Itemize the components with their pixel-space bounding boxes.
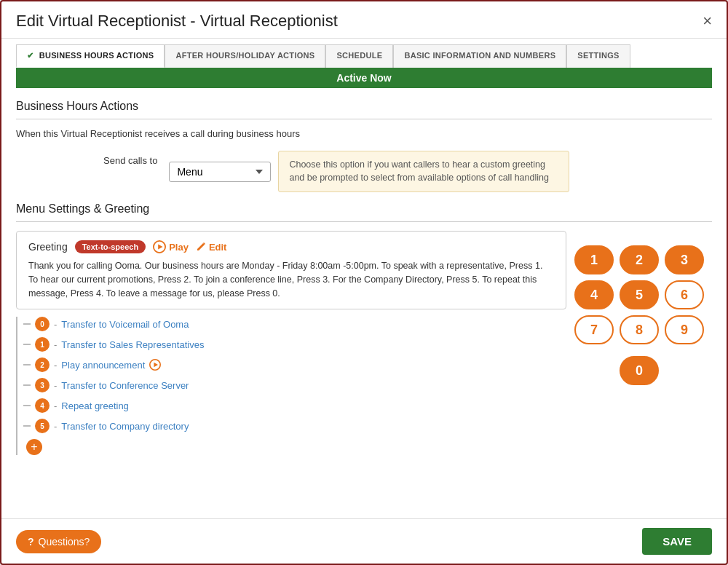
business-hours-section: Business Hours Actions When this Virtual…: [16, 100, 712, 192]
main-content: Business Hours Actions When this Virtual…: [1, 88, 727, 518]
send-calls-row: Send calls to Menu Extension Voicemail P…: [16, 151, 712, 192]
menu-item-2: 2 - Play announcement: [23, 357, 566, 372]
item-link-5[interactable]: Transfer to Company directory: [61, 421, 189, 432]
numpad-grid: 1 2 3 4 5 6 7 8 9: [574, 245, 704, 344]
edit-button[interactable]: Edit: [196, 242, 227, 253]
tab-settings[interactable]: SETTINGS: [566, 44, 630, 68]
menu-settings-section: Menu Settings & Greeting Greeting Text-t…: [16, 202, 712, 455]
active-now-bar: Active Now: [16, 68, 712, 88]
modal-title: Edit Virtual Receptionist - Virtual Rece…: [16, 12, 338, 31]
play-small-icon: [149, 359, 161, 371]
item-num-5: 5: [35, 419, 50, 433]
info-box: Choose this option if you want callers t…: [278, 151, 569, 192]
numpad-2[interactable]: 2: [620, 245, 659, 274]
greeting-row: Greeting Text-to-speech Play: [28, 240, 554, 253]
section-title: Business Hours Actions: [16, 100, 712, 113]
main-layout: Greeting Text-to-speech Play: [16, 231, 712, 455]
tabs-container: ✔ BUSINESS HOURS ACTIONS AFTER HOURS/HOL…: [1, 44, 727, 68]
numpad-3[interactable]: 3: [665, 245, 704, 274]
modal: Edit Virtual Receptionist - Virtual Rece…: [0, 0, 728, 565]
numpad-8[interactable]: 8: [620, 315, 659, 344]
business-description: When this Virtual Receptionist receives …: [16, 128, 712, 139]
numpad: 1 2 3 4 5 6 7 8 9 0: [566, 231, 712, 455]
pencil-icon: [196, 242, 206, 252]
item-num-4: 4: [35, 398, 50, 413]
tab-schedule[interactable]: SCHEDULE: [325, 44, 393, 68]
svg-marker-3: [154, 363, 159, 367]
save-button[interactable]: SAVE: [642, 528, 712, 555]
left-col: Greeting Text-to-speech Play: [16, 231, 566, 455]
greeting-label: Greeting: [28, 241, 68, 253]
tab-after-hours[interactable]: AFTER HOURS/HOLIDAY ACTIONS: [165, 44, 325, 68]
menu-item-5: 5 - Transfer to Company directory: [23, 419, 566, 433]
item-link-0[interactable]: Transfer to Voicemail of Ooma: [61, 319, 189, 330]
close-button[interactable]: ×: [703, 13, 712, 29]
greeting-box: Greeting Text-to-speech Play: [16, 231, 566, 309]
numpad-9[interactable]: 9: [665, 315, 704, 344]
tab-basic-info[interactable]: BASIC INFORMATION AND NUMBERS: [393, 44, 566, 68]
numpad-0[interactable]: 0: [620, 356, 659, 385]
tts-badge[interactable]: Text-to-speech: [75, 240, 146, 253]
question-icon: ?: [28, 536, 34, 548]
item-link-4[interactable]: Repeat greeting: [61, 400, 129, 411]
send-calls-select-wrap: Menu Extension Voicemail Phone Number Ch…: [169, 151, 569, 192]
send-calls-select[interactable]: Menu Extension Voicemail Phone Number: [169, 162, 271, 182]
item-link-3[interactable]: Transfer to Conference Server: [61, 380, 189, 391]
menu-items-list: 0 - Transfer to Voicemail of Ooma 1 - Tr…: [23, 317, 566, 455]
send-calls-label: Send calls to: [103, 151, 157, 166]
item-link-2[interactable]: Play announcement: [61, 360, 145, 371]
item-num-1: 1: [35, 337, 50, 352]
numpad-6[interactable]: 6: [665, 280, 704, 309]
menu-item-3: 3 - Transfer to Conference Server: [23, 378, 566, 392]
play-button[interactable]: Play: [153, 240, 189, 253]
svg-marker-1: [158, 244, 162, 249]
item-num-3: 3: [35, 378, 50, 392]
numpad-5[interactable]: 5: [620, 280, 659, 309]
numpad-7[interactable]: 7: [574, 315, 614, 344]
add-item-button[interactable]: +: [26, 439, 42, 455]
check-icon: ✔: [27, 51, 33, 60]
menu-item-4: 4 - Repeat greeting: [23, 398, 566, 413]
item-num-2: 2: [35, 357, 50, 372]
menu-item-0: 0 - Transfer to Voicemail of Ooma: [23, 317, 566, 331]
modal-header: Edit Virtual Receptionist - Virtual Rece…: [1, 1, 727, 39]
menu-item-1: 1 - Transfer to Sales Representatives: [23, 337, 566, 352]
numpad-1[interactable]: 1: [574, 245, 614, 274]
numpad-zero-row: 0: [574, 356, 704, 385]
greeting-text: Thank you for calling Ooma. Our business…: [28, 259, 554, 300]
modal-footer: ? Questions? SAVE: [1, 518, 727, 564]
questions-button[interactable]: ? Questions?: [16, 530, 101, 553]
tab-business-hours[interactable]: ✔ BUSINESS HOURS ACTIONS: [16, 44, 165, 68]
play-icon: [153, 240, 166, 253]
menu-section-title: Menu Settings & Greeting: [16, 202, 712, 216]
numpad-4[interactable]: 4: [574, 280, 614, 309]
item-num-0: 0: [35, 317, 50, 331]
item-link-1[interactable]: Transfer to Sales Representatives: [61, 339, 204, 350]
